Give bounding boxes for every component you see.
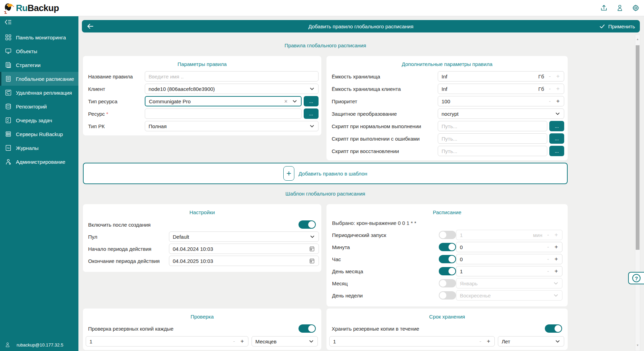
day-of-month-toggle[interactable] xyxy=(439,267,456,275)
schedule-list-icon xyxy=(5,75,12,82)
script-ok-input[interactable] xyxy=(438,121,547,131)
sidebar: RuBackup Панель мониторинга Объекты Стра… xyxy=(0,0,78,351)
sidebar-item-task-queue[interactable]: Очередь задач xyxy=(0,113,78,127)
resource-type-select[interactable]: Communigate Pro ✕ xyxy=(145,96,302,106)
pool-select[interactable]: Default xyxy=(169,231,319,242)
help-button[interactable]: ? xyxy=(628,272,644,284)
gear-icon[interactable] xyxy=(632,4,640,12)
vertical-scrollbar[interactable]: ▲ ▼ xyxy=(635,35,640,351)
form-row: Час 0 - + xyxy=(326,254,568,264)
calendar-icon[interactable] xyxy=(309,246,315,252)
sidebar-item-servers[interactable]: Серверы RuBackup xyxy=(0,127,78,141)
sidebar-item-strategies[interactable]: Стратегии xyxy=(0,58,78,72)
client-capacity-stepper[interactable]: Inf Гб - + xyxy=(438,84,564,94)
admin-user-icon xyxy=(5,158,12,165)
periodic-run-toggle[interactable] xyxy=(439,231,456,239)
retention-interval-stepper[interactable]: 1 - + xyxy=(329,336,495,347)
sidebar-item-monitoring[interactable]: Панель мониторинга xyxy=(0,30,78,44)
upload-icon[interactable] xyxy=(600,4,608,12)
sidebar-item-journals[interactable]: log Журналы xyxy=(0,141,78,155)
backup-type-select[interactable]: Полная xyxy=(145,121,319,131)
form-row: Скрипт при восстановлении ... xyxy=(326,146,568,156)
apply-button[interactable]: Применить xyxy=(599,20,635,32)
decrement-button[interactable]: - xyxy=(547,268,549,274)
panel-retention: Срок хранения Хранить резервные копии в … xyxy=(326,309,568,350)
crypt-select[interactable]: nocrypt xyxy=(438,108,564,119)
servers-icon xyxy=(5,131,12,137)
hour-toggle[interactable] xyxy=(439,255,456,263)
decrement-button[interactable]: - xyxy=(547,244,549,250)
month-select[interactable]: Январь xyxy=(456,278,562,288)
decrement-button[interactable]: - xyxy=(547,256,549,262)
decrement-button[interactable]: - xyxy=(549,86,551,92)
scrollbar-thumb[interactable] xyxy=(636,45,640,250)
scroll-up-arrow[interactable]: ▲ xyxy=(635,37,640,42)
script-err-browse-button[interactable]: ... xyxy=(549,133,564,144)
sidebar-item-global-schedule[interactable]: Глобальное расписание xyxy=(0,72,78,86)
minute-toggle[interactable] xyxy=(439,243,456,251)
client-select[interactable]: node10 (806aacefc80e3900) xyxy=(145,84,319,94)
database-icon xyxy=(5,103,12,110)
form-row: Приоритет 100 - + xyxy=(326,96,568,106)
script-ok-browse-button[interactable]: ... xyxy=(549,121,564,131)
increment-button[interactable]: + xyxy=(240,338,244,345)
script-restore-input[interactable] xyxy=(438,146,547,156)
add-rule-to-template-button[interactable]: + Добавить правило в шаблон xyxy=(83,163,568,184)
resource-input[interactable] xyxy=(145,108,302,119)
retention-unit-select[interactable]: Лет xyxy=(498,336,564,347)
scroll-down-arrow[interactable]: ▼ xyxy=(635,343,640,348)
decrement-button[interactable]: - xyxy=(233,338,235,344)
clear-icon[interactable]: ✕ xyxy=(284,99,288,104)
form-row: Включить после создания xyxy=(83,219,321,230)
start-date-input[interactable]: 04.04.2024 10:03 xyxy=(169,244,319,254)
retention-toggle[interactable] xyxy=(545,324,562,333)
decrement-button[interactable]: - xyxy=(547,232,549,238)
resource-type-browse-button[interactable]: ... xyxy=(304,96,319,106)
increment-button[interactable]: + xyxy=(555,256,558,263)
hour-stepper[interactable]: 0 - + xyxy=(456,254,562,264)
user-icon[interactable] xyxy=(616,4,624,12)
sidebar-item-administration[interactable]: Администрирование xyxy=(0,155,78,169)
panel-rule-params: Параметры правила Название правила Клиен… xyxy=(83,56,321,135)
enable-after-create-toggle[interactable] xyxy=(299,220,316,229)
sidebar-item-remote-replication[interactable]: Удалённая репликация xyxy=(0,86,78,99)
increment-button[interactable]: + xyxy=(555,268,558,275)
periodic-interval-stepper[interactable]: 1 мин - + xyxy=(456,230,562,240)
increment-button[interactable]: + xyxy=(555,244,558,250)
minute-stepper[interactable]: 0 - + xyxy=(456,242,562,252)
panel-extra-params: Дополнительные параметры правила Ёмкость… xyxy=(326,56,568,160)
day-of-week-select[interactable]: Воскресенье xyxy=(456,290,562,301)
decrement-button[interactable]: - xyxy=(549,73,551,79)
sidebar-item-objects[interactable]: Объекты xyxy=(0,44,78,58)
form-row: Хранить резервные копии в течение xyxy=(332,324,562,333)
month-toggle[interactable] xyxy=(439,279,456,287)
checklist-icon xyxy=(5,117,12,124)
form-row: Тип РК Полная xyxy=(83,121,321,131)
rule-name-input[interactable] xyxy=(145,71,319,82)
end-date-input[interactable]: 04.04.2025 10:03 xyxy=(169,256,319,266)
form-row: Начало периода действия 04.04.2024 10:03 xyxy=(83,244,321,254)
resource-browse-button[interactable]: ... xyxy=(304,108,319,119)
chevron-down-icon xyxy=(309,86,315,92)
day-of-month-stepper[interactable]: 1 - + xyxy=(456,266,562,276)
day-of-week-toggle[interactable] xyxy=(439,291,456,300)
priority-stepper[interactable]: 100 - + xyxy=(438,96,564,106)
chevron-down-icon xyxy=(555,111,560,116)
script-restore-browse-button[interactable]: ... xyxy=(549,146,564,156)
sidebar-collapse-icon[interactable] xyxy=(4,19,12,26)
script-err-input[interactable] xyxy=(438,133,547,144)
storage-capacity-stepper[interactable]: Inf Гб - + xyxy=(438,71,564,82)
increment-button[interactable]: + xyxy=(556,98,560,105)
form-row: День месяца 1 - + xyxy=(326,266,568,276)
increment-button[interactable]: + xyxy=(556,73,560,80)
calendar-icon[interactable] xyxy=(309,258,315,264)
verify-unit-select[interactable]: Месяцев xyxy=(252,336,318,347)
verify-interval-stepper[interactable]: 1 - + xyxy=(86,336,248,347)
increment-button[interactable]: + xyxy=(555,231,558,238)
increment-button[interactable]: + xyxy=(556,85,560,92)
increment-button[interactable]: + xyxy=(487,338,490,345)
verify-toggle[interactable] xyxy=(299,324,316,333)
sidebar-item-repository[interactable]: Репозиторий xyxy=(0,99,78,113)
decrement-button[interactable]: - xyxy=(480,338,481,344)
decrement-button[interactable]: - xyxy=(549,98,551,104)
